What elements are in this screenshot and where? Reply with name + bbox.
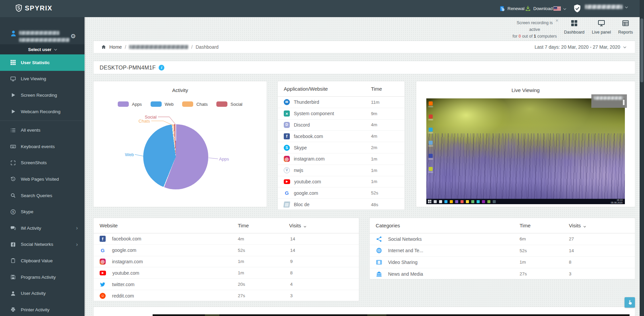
scrollbar-thumb[interactable] <box>640 18 643 82</box>
chevron-down-icon <box>623 45 626 48</box>
legend-item-web[interactable]: Web <box>151 101 174 107</box>
sidebar-item-search-queries[interactable]: Search Queries <box>0 187 85 204</box>
pie-label-apps: Apps <box>219 156 229 162</box>
share-icon <box>376 236 382 242</box>
scroll-action-button[interactable] <box>625 297 635 308</box>
table-row-youtube-com[interactable]: ▶youtube.com1m <box>278 176 405 188</box>
table-row-discord[interactable]: DDiscord4m <box>278 120 405 131</box>
table-row-google-com[interactable]: Ggoogle.com52s14 <box>94 245 359 256</box>
table-row-bloc-de[interactable]: ▤Bloc de48s <box>278 199 405 210</box>
legend-swatch <box>151 101 162 107</box>
table-row-system-component[interactable]: ×System component9m <box>278 108 405 120</box>
search-icon <box>10 192 16 198</box>
desktop-icon <box>429 115 433 119</box>
google-icon: G <box>100 247 106 253</box>
table-row-twitter-com[interactable]: twitter.com20s4 <box>94 279 359 290</box>
table-row-video-sharing[interactable]: Video Sharing1m8 <box>370 257 635 268</box>
sidebar-item-clipboard-value[interactable]: Clipboard Value <box>0 253 85 269</box>
youtube-icon: ▶ <box>100 271 106 275</box>
sidebar-item-label: Web Pages Visited <box>21 177 59 182</box>
computer-tooltip <box>591 94 627 108</box>
nav-reports-label: Reports <box>615 30 636 35</box>
live-screenshot[interactable]: 16:13 05.08.2020 <box>426 98 625 204</box>
legend-label: Chats <box>196 102 208 107</box>
sidebar-item-user-statistic[interactable]: User Statistic <box>0 54 85 71</box>
nav-reports[interactable]: Reports <box>615 19 636 35</box>
sidebar-item-screen-recording[interactable]: Screen Recording <box>0 87 85 103</box>
legend-item-apps[interactable]: Apps <box>118 101 142 107</box>
sidebar-item-web-pages-visited[interactable]: Web Pages Visited <box>0 171 85 187</box>
info-icon[interactable]: i <box>159 65 164 71</box>
cell-time: 1m <box>371 179 377 184</box>
nav-live-panel[interactable]: Live panel <box>588 19 615 35</box>
dashboard-icon <box>570 19 578 27</box>
breadcrumb-home[interactable]: Home <box>109 44 122 50</box>
table-row-facebook-com[interactable]: ffacebook.com4m <box>278 131 405 142</box>
nav-dashboard[interactable]: Dashboard <box>561 19 588 35</box>
user-icon <box>10 290 16 297</box>
sidebar-item-live-viewing[interactable]: Live Viewing <box>0 71 85 87</box>
table-row-skype[interactable]: SSkype2m <box>278 142 405 153</box>
table-row-thunderbird[interactable]: ✉Thunderbird11m <box>278 97 405 108</box>
table-row-google-com[interactable]: Ggoogle.com52s <box>278 187 405 199</box>
table-row-instagram-com[interactable]: ◎instagram.com1m9 <box>94 256 359 268</box>
cell-name: google.com <box>294 190 318 196</box>
page-scrollbar[interactable] <box>640 0 644 316</box>
table-row-nwjs[interactable]: Vnwjs1m <box>278 165 405 176</box>
system-component-icon: × <box>284 110 290 117</box>
legend-item-social[interactable]: Social <box>216 101 242 107</box>
sidebar-item-skype[interactable]: SSkype <box>0 204 85 220</box>
sidebar-item-keyboard-events[interactable]: Keyboard events <box>0 138 85 155</box>
sidebar-item-label: User Activity <box>21 291 46 296</box>
cell-time: 1m <box>238 259 244 264</box>
breadcrumb: Home / / Dashboard <box>101 41 219 53</box>
cell-visits: 14 <box>290 248 295 253</box>
sidebar-item-screenshots[interactable]: ScreenShots <box>0 155 85 171</box>
col-visits-sort[interactable]: Visits <box>289 218 306 233</box>
close-icon[interactable]: × <box>555 17 558 23</box>
cell-time: 11m <box>371 100 379 105</box>
breadcrumb-current: Dashboard <box>196 44 219 50</box>
gear-icon[interactable]: ⚙ <box>70 33 76 39</box>
activity-pie-chart[interactable] <box>143 124 208 189</box>
table-row-reddit-com[interactable]: ☺reddit.com27s3 <box>94 290 359 302</box>
cell-time: 1m <box>371 156 377 162</box>
skype-icon: S <box>284 145 290 151</box>
nav-live-panel-label: Live panel <box>588 30 615 35</box>
col-visits-sort[interactable]: Visits <box>569 218 585 233</box>
sidebar-item-im-activity[interactable]: IM Activity› <box>0 220 85 236</box>
taskbar-icon <box>461 200 464 203</box>
sidebar-item-webcam-recording[interactable]: Webcam Recording <box>0 103 85 120</box>
brand-logo[interactable]: SPYRIX <box>15 4 52 12</box>
sidebar-item-label: IM Activity <box>21 226 41 231</box>
legend-item-chats[interactable]: Chats <box>182 101 208 107</box>
table-row-youtube-com[interactable]: ▶youtube.com1m8 <box>94 267 359 279</box>
sidebar-item-label: ScreenShots <box>21 160 47 165</box>
cell-time: 1m <box>238 270 244 275</box>
sidebar-item-programs-activity[interactable]: Programs Activity <box>0 269 85 285</box>
download-button[interactable]: Download <box>525 0 553 17</box>
history-icon <box>10 176 16 182</box>
sidebar-item-printer-activity[interactable]: Printer Activity <box>0 302 85 316</box>
select-user-dropdown[interactable]: Select user <box>0 44 85 54</box>
cell-visits: 4 <box>290 282 293 287</box>
sidebar-item-user-activity[interactable]: User Activity <box>0 285 85 302</box>
table-row-facebook-com[interactable]: ffacebook.com4m14 <box>94 233 359 245</box>
cell-name: Discord <box>294 122 310 128</box>
computer-name: DESKTOP-PMN4M1F <box>100 64 156 71</box>
table-row-instagram-com[interactable]: ◎instagram.com1m <box>278 153 405 165</box>
table-row-social-networks[interactable]: Social Networks6m27 <box>370 233 635 245</box>
renewal-button[interactable]: $ Renewal <box>499 0 525 17</box>
table-row-news-and-media[interactable]: News and Media27s3 <box>370 268 635 280</box>
screenshot-icon <box>10 160 16 166</box>
website-table-rows: ffacebook.com4m14Ggoogle.com52s14◎instag… <box>94 233 359 301</box>
language-selector[interactable] <box>553 0 566 17</box>
table-row-internet-and-te[interactable]: Internet and Te...52s14 <box>370 245 635 257</box>
account-menu[interactable] <box>585 5 627 9</box>
youtube-icon: ▶ <box>284 179 290 184</box>
discord-icon: D <box>284 122 290 128</box>
sidebar-item-social-networks[interactable]: Social Networks› <box>0 236 85 253</box>
date-range-picker[interactable]: Last 7 days: 20 Mar, 2020 - 27 Mar, 2020 <box>535 41 626 53</box>
sidebar-item-all-events[interactable]: All events <box>0 122 85 138</box>
desktop-icon <box>429 154 433 158</box>
